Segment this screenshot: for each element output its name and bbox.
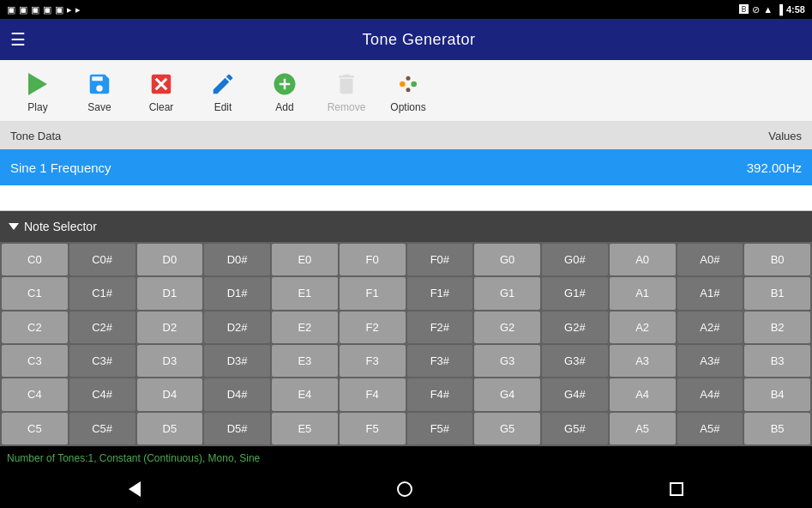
note-cell-F4[interactable]: F4: [340, 378, 406, 410]
note-cell-C4[interactable]: C4: [2, 378, 68, 410]
note-grid: C0C0#D0D0#E0F0F0#G0G0#A0A0#B0C1C1#D1D1#E…: [0, 242, 812, 446]
note-cell-A0#[interactable]: A0#: [677, 244, 743, 275]
note-cell-G3[interactable]: G3: [474, 345, 540, 377]
note-cell-F5[interactable]: F5: [340, 413, 406, 444]
note-cell-F0[interactable]: F0: [340, 244, 406, 275]
note-cell-G0#[interactable]: G0#: [542, 244, 608, 275]
note-cell-B5[interactable]: B5: [744, 413, 810, 444]
home-button[interactable]: [376, 475, 433, 504]
note-cell-A4[interactable]: A4: [610, 378, 676, 410]
note-cell-G3#[interactable]: G3#: [542, 345, 608, 377]
note-cell-D2#[interactable]: D2#: [204, 311, 270, 343]
status-icon-7: ▸: [75, 4, 81, 15]
note-cell-B2[interactable]: B2: [744, 311, 810, 343]
note-cell-A2#[interactable]: A2#: [677, 311, 743, 343]
note-cell-A3#[interactable]: A3#: [677, 345, 743, 377]
app-bar: ☰ Tone Generator: [0, 19, 812, 60]
note-cell-C5[interactable]: C5: [2, 413, 68, 444]
note-cell-D3#[interactable]: D3#: [204, 345, 270, 377]
note-cell-C2#[interactable]: C2#: [69, 311, 135, 343]
recent-button[interactable]: [649, 475, 704, 503]
collapse-icon[interactable]: [9, 223, 19, 230]
note-cell-F4#[interactable]: F4#: [407, 378, 473, 410]
status-text: Number of Tones:1, Constant (Continuous)…: [7, 452, 260, 464]
note-cell-B4[interactable]: B4: [744, 378, 810, 410]
note-cell-C0[interactable]: C0: [2, 244, 68, 275]
note-cell-C1#[interactable]: C1#: [69, 277, 135, 309]
add-label: Add: [275, 101, 293, 113]
note-cell-E3[interactable]: E3: [272, 345, 338, 377]
note-cell-C0#[interactable]: C0#: [69, 244, 135, 275]
app-title: Tone Generator: [36, 31, 802, 49]
note-cell-F2[interactable]: F2: [340, 311, 406, 343]
note-cell-D1#[interactable]: D1#: [204, 277, 270, 309]
note-cell-G4[interactable]: G4: [474, 378, 540, 410]
recent-icon: [670, 482, 683, 496]
note-cell-B3[interactable]: B3: [744, 345, 810, 377]
note-cell-G5#[interactable]: G5#: [542, 413, 608, 444]
options-button[interactable]: Options: [377, 64, 439, 118]
note-cell-D4#[interactable]: D4#: [204, 378, 270, 410]
note-selector-header: Note Selector: [0, 211, 812, 242]
note-cell-G2#[interactable]: G2#: [542, 311, 608, 343]
play-button[interactable]: Play: [7, 64, 69, 118]
note-cell-G1#[interactable]: G1#: [542, 277, 608, 309]
note-row-1: C1C1#D1D1#E1F1F1#G1G1#A1A1#B1: [2, 277, 810, 309]
note-cell-D4[interactable]: D4: [137, 378, 203, 410]
note-cell-C1[interactable]: C1: [2, 277, 68, 309]
note-cell-E5[interactable]: E5: [272, 413, 338, 444]
note-cell-E1[interactable]: E1: [272, 277, 338, 309]
menu-icon[interactable]: ☰: [10, 29, 26, 50]
note-cell-G0[interactable]: G0: [474, 244, 540, 275]
note-cell-G1[interactable]: G1: [474, 277, 540, 309]
note-cell-B1[interactable]: B1: [744, 277, 810, 309]
note-cell-E4[interactable]: E4: [272, 378, 338, 410]
note-cell-D0[interactable]: D0: [137, 244, 203, 275]
note-cell-D3[interactable]: D3: [137, 345, 203, 377]
add-button[interactable]: Add: [254, 64, 316, 118]
note-cell-F2#[interactable]: F2#: [407, 311, 473, 343]
note-cell-F0#[interactable]: F0#: [407, 244, 473, 275]
note-cell-F5#[interactable]: F5#: [407, 413, 473, 444]
note-cell-D2[interactable]: D2: [137, 311, 203, 343]
note-cell-A5[interactable]: A5: [610, 413, 676, 444]
back-button[interactable]: [108, 475, 161, 504]
save-button[interactable]: Save: [69, 64, 130, 118]
tone-data-row[interactable]: Sine 1 Frequency 392.00Hz: [0, 149, 812, 185]
edit-button[interactable]: Edit: [192, 64, 254, 118]
note-cell-C2[interactable]: C2: [2, 311, 68, 343]
remove-button[interactable]: Remove: [316, 64, 377, 118]
nav-bar: [0, 470, 812, 508]
note-cell-C3#[interactable]: C3#: [69, 345, 135, 377]
note-cell-A1#[interactable]: A1#: [677, 277, 743, 309]
note-cell-A5#[interactable]: A5#: [677, 413, 743, 444]
note-cell-E2[interactable]: E2: [272, 311, 338, 343]
note-cell-A3[interactable]: A3: [610, 345, 676, 377]
note-cell-B0[interactable]: B0: [744, 244, 810, 275]
note-cell-F1[interactable]: F1: [340, 277, 406, 309]
note-row-0: C0C0#D0D0#E0F0F0#G0G0#A0A0#B0: [2, 244, 810, 275]
note-cell-G4#[interactable]: G4#: [542, 378, 608, 410]
status-icon-1: ▣: [7, 4, 15, 15]
status-bar: ▣ ▣ ▣ ▣ ▣ ▸ ▸ 🅱 ⊘ ▲ ▐ 4:58: [0, 0, 812, 19]
note-cell-D1[interactable]: D1: [137, 277, 203, 309]
note-cell-A0[interactable]: A0: [610, 244, 676, 275]
note-cell-C3[interactable]: C3: [2, 345, 68, 377]
note-cell-F3[interactable]: F3: [340, 345, 406, 377]
note-cell-D5[interactable]: D5: [137, 413, 203, 444]
note-cell-E0[interactable]: E0: [272, 244, 338, 275]
note-cell-A2[interactable]: A2: [610, 311, 676, 343]
note-cell-C4#[interactable]: C4#: [69, 378, 135, 410]
note-cell-D5#[interactable]: D5#: [204, 413, 270, 444]
note-cell-D0#[interactable]: D0#: [204, 244, 270, 275]
note-cell-C5#[interactable]: C5#: [69, 413, 135, 444]
note-cell-A4#[interactable]: A4#: [677, 378, 743, 410]
options-label: Options: [390, 101, 425, 113]
clear-button[interactable]: Clear: [130, 64, 192, 118]
note-cell-G2[interactable]: G2: [474, 311, 540, 343]
note-cell-A1[interactable]: A1: [610, 277, 676, 309]
note-row-3: C3C3#D3D3#E3F3F3#G3G3#A3A3#B3: [2, 345, 810, 377]
note-cell-F3#[interactable]: F3#: [407, 345, 473, 377]
note-cell-G5[interactable]: G5: [474, 413, 540, 444]
note-cell-F1#[interactable]: F1#: [407, 277, 473, 309]
